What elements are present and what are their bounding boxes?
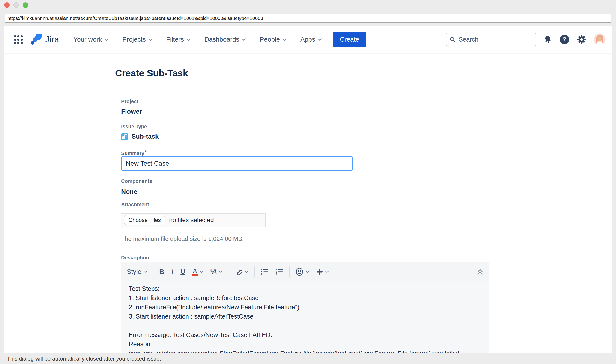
components-value: None [121, 188, 137, 195]
chevron-down-icon [305, 271, 309, 273]
search-input[interactable] [459, 36, 532, 43]
chevron-down-icon [105, 38, 109, 41]
nav-item-dashboards[interactable]: Dashboards [204, 36, 246, 43]
chevron-down-icon [219, 271, 223, 273]
chevron-down-icon [148, 38, 153, 41]
required-asterisk: * [145, 149, 147, 155]
nav-item-people[interactable]: People [260, 36, 287, 43]
nav-item-projects[interactable]: Projects [122, 36, 153, 43]
chevron-down-icon [245, 271, 249, 273]
svg-text:3: 3 [276, 273, 277, 275]
help-icon[interactable]: ? [560, 34, 570, 45]
collapse-toolbar-button[interactable] [477, 269, 484, 275]
double-chevron-up-icon [477, 269, 484, 275]
issue-type-value: Sub-task [131, 133, 159, 140]
jira-app-window: Jira Your work Projects Filters Dashboar… [4, 26, 612, 353]
link-button[interactable] [235, 268, 249, 276]
browser-url-row [0, 10, 616, 26]
settings-icon[interactable] [577, 35, 586, 44]
minimize-button[interactable] [13, 2, 19, 8]
svg-text:?: ? [563, 36, 566, 42]
numbered-list-icon: 123 [275, 268, 283, 275]
upload-size-note: The maximum file upload size is 1,024.00… [121, 235, 244, 242]
choose-files-button[interactable]: Choose Files [124, 215, 165, 225]
insert-more-button[interactable] [316, 268, 329, 275]
create-button[interactable]: Create [333, 32, 366, 47]
jira-logo-icon [30, 33, 42, 45]
description-line: 3. Start listener action : sampleAfterTe… [129, 312, 485, 321]
nav-item-apps[interactable]: Apps [300, 36, 322, 43]
emoji-icon [296, 267, 303, 276]
text-size-button[interactable]: aA [210, 268, 223, 276]
bullet-list-icon [261, 268, 269, 275]
bold-button[interactable]: B [159, 268, 164, 276]
nav-menu: Your work Projects Filters Dashboards Pe… [73, 36, 322, 43]
subtask-icon [121, 133, 128, 140]
status-bar: This dialog will be automatically closed… [0, 353, 616, 364]
notifications-icon[interactable] [544, 35, 552, 44]
description-line: Reason: [129, 339, 485, 349]
project-value: Flower [121, 108, 142, 115]
summary-label: Summary* [121, 149, 147, 156]
url-input[interactable] [5, 14, 611, 23]
close-button[interactable] [4, 2, 10, 8]
description-editor: Style B I U A aA [121, 262, 489, 353]
underline-button[interactable]: U [180, 268, 185, 275]
chevron-down-icon [143, 271, 147, 273]
search-icon [450, 36, 455, 43]
chevron-down-icon [200, 271, 203, 273]
style-dropdown[interactable]: Style [127, 268, 147, 275]
navbar-right: ? [446, 33, 606, 46]
avatar[interactable] [594, 33, 606, 45]
chevron-down-icon [242, 38, 246, 41]
link-icon [235, 268, 243, 276]
numbered-list-button[interactable]: 123 [275, 268, 283, 275]
attachment-status: no files selected [169, 217, 214, 224]
bullet-list-button[interactable] [261, 268, 269, 275]
chevron-down-icon [282, 38, 287, 41]
summary-input[interactable] [121, 156, 353, 171]
description-line: 2. runFeatureFile("Include/features/New … [129, 303, 485, 312]
nav-item-your-work[interactable]: Your work [73, 36, 108, 43]
description-line: Test Steps: [129, 284, 485, 293]
issue-type-row: Sub-task [121, 133, 159, 140]
italic-button[interactable]: I [171, 268, 173, 276]
jira-logo[interactable]: Jira [30, 33, 59, 45]
toolbar-divider [289, 266, 289, 277]
description-label: Description [121, 255, 149, 261]
status-text: This dialog will be automatically closed… [7, 355, 161, 362]
toolbar-divider [254, 266, 255, 277]
description-line: Error message: Test Cases/New Test Case … [129, 330, 485, 339]
toolbar-divider [229, 266, 229, 277]
app-switcher-icon[interactable] [14, 35, 23, 44]
components-label: Components [121, 178, 152, 184]
chevron-down-icon [325, 271, 329, 273]
search-box[interactable] [446, 33, 537, 46]
jira-logo-text: Jira [45, 35, 59, 44]
attachment-dropzone[interactable]: Choose Files no files selected [121, 213, 265, 227]
plus-icon [316, 268, 323, 275]
window-titlebar [0, 0, 616, 10]
text-color-button[interactable]: A [192, 268, 203, 276]
description-line: com.kms.katalon.core.exception.StepFaile… [129, 349, 485, 353]
description-line [129, 321, 485, 330]
issue-type-label: Issue Type [121, 124, 147, 130]
chevron-down-icon [186, 38, 191, 41]
emoji-button[interactable] [296, 267, 309, 276]
description-line: 1. Start listener action : sampleBeforeT… [129, 293, 485, 303]
page-title: Create Sub-Task [115, 68, 188, 79]
text-size-glyph: aA [210, 268, 217, 276]
create-subtask-form: Create Sub-Task Project Flower Issue Typ… [4, 52, 612, 352]
attachment-label: Attachment [121, 202, 149, 208]
chevron-down-icon [318, 38, 322, 41]
description-textarea[interactable]: Test Steps: 1. Start listener action : s… [121, 281, 489, 353]
project-label: Project [121, 99, 138, 104]
editor-toolbar: Style B I U A aA [121, 262, 489, 281]
zoom-button[interactable] [23, 2, 28, 8]
top-navbar: Jira Your work Projects Filters Dashboar… [4, 26, 612, 52]
nav-item-filters[interactable]: Filters [166, 36, 191, 43]
